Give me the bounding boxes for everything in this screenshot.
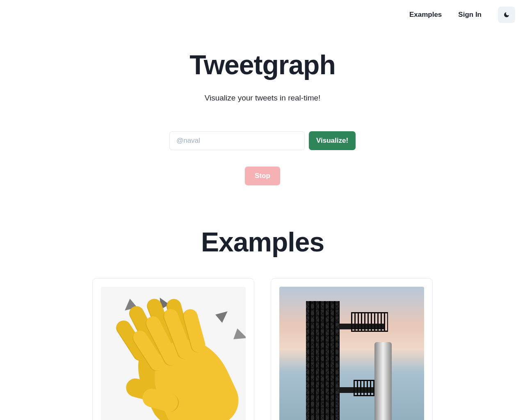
example-card[interactable] [271, 278, 433, 420]
twitter-handle-input[interactable] [169, 131, 305, 150]
visualize-button[interactable]: Visualize! [309, 131, 356, 150]
page-title: Tweetgraph [92, 49, 433, 80]
main-container: Tweetgraph Visualize your tweets in real… [84, 49, 441, 420]
theme-toggle-button[interactable] [498, 7, 515, 23]
examples-cards [92, 278, 433, 420]
rocket-launchpad-image [279, 287, 424, 420]
stop-button[interactable]: Stop [245, 167, 280, 185]
clapping-hands-image [101, 287, 246, 420]
example-card[interactable] [92, 278, 254, 420]
top-nav: Examples Sign In [0, 0, 525, 30]
nav-examples-link[interactable]: Examples [409, 11, 442, 19]
examples-heading: Examples [92, 226, 433, 258]
moon-icon [503, 11, 510, 18]
input-row: Visualize! [92, 131, 433, 150]
nav-signin-link[interactable]: Sign In [458, 11, 482, 19]
page-subtitle: Visualize your tweets in real-time! [92, 94, 433, 103]
